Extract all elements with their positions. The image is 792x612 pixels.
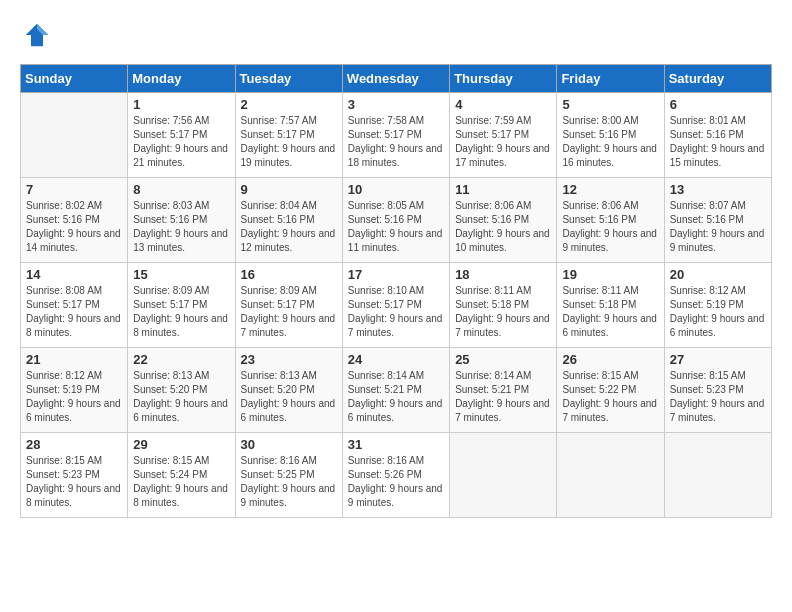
calendar-header-row: SundayMondayTuesdayWednesdayThursdayFrid… <box>21 65 772 93</box>
daylight: Daylight: 9 hours and 8 minutes. <box>26 313 121 338</box>
sunrise: Sunrise: 8:11 AM <box>455 285 531 296</box>
day-number: 13 <box>670 182 766 197</box>
day-number: 25 <box>455 352 551 367</box>
calendar-cell: 4 Sunrise: 7:59 AM Sunset: 5:17 PM Dayli… <box>450 93 557 178</box>
sun-info: Sunrise: 8:10 AM Sunset: 5:17 PM Dayligh… <box>348 284 444 340</box>
sunset: Sunset: 5:19 PM <box>26 384 100 395</box>
daylight: Daylight: 9 hours and 13 minutes. <box>133 228 228 253</box>
day-number: 21 <box>26 352 122 367</box>
sunrise: Sunrise: 8:06 AM <box>455 200 531 211</box>
sunrise: Sunrise: 8:02 AM <box>26 200 102 211</box>
sunrise: Sunrise: 8:16 AM <box>241 455 317 466</box>
daylight: Daylight: 9 hours and 8 minutes. <box>133 313 228 338</box>
sunset: Sunset: 5:21 PM <box>455 384 529 395</box>
sunset: Sunset: 5:26 PM <box>348 469 422 480</box>
sunrise: Sunrise: 7:59 AM <box>455 115 531 126</box>
page-header <box>20 20 772 54</box>
sun-info: Sunrise: 8:11 AM Sunset: 5:18 PM Dayligh… <box>455 284 551 340</box>
day-number: 3 <box>348 97 444 112</box>
calendar-cell: 9 Sunrise: 8:04 AM Sunset: 5:16 PM Dayli… <box>235 178 342 263</box>
day-number: 8 <box>133 182 229 197</box>
calendar-cell: 8 Sunrise: 8:03 AM Sunset: 5:16 PM Dayli… <box>128 178 235 263</box>
sunrise: Sunrise: 8:12 AM <box>26 370 102 381</box>
sun-info: Sunrise: 8:14 AM Sunset: 5:21 PM Dayligh… <box>348 369 444 425</box>
header-day-saturday: Saturday <box>664 65 771 93</box>
sun-info: Sunrise: 8:12 AM Sunset: 5:19 PM Dayligh… <box>670 284 766 340</box>
sunrise: Sunrise: 8:14 AM <box>455 370 531 381</box>
day-number: 26 <box>562 352 658 367</box>
day-number: 28 <box>26 437 122 452</box>
calendar-cell: 16 Sunrise: 8:09 AM Sunset: 5:17 PM Dayl… <box>235 263 342 348</box>
sunrise: Sunrise: 8:00 AM <box>562 115 638 126</box>
sun-info: Sunrise: 8:04 AM Sunset: 5:16 PM Dayligh… <box>241 199 337 255</box>
sun-info: Sunrise: 8:00 AM Sunset: 5:16 PM Dayligh… <box>562 114 658 170</box>
sunrise: Sunrise: 8:01 AM <box>670 115 746 126</box>
header-day-wednesday: Wednesday <box>342 65 449 93</box>
sun-info: Sunrise: 8:13 AM Sunset: 5:20 PM Dayligh… <box>241 369 337 425</box>
calendar-cell: 12 Sunrise: 8:06 AM Sunset: 5:16 PM Dayl… <box>557 178 664 263</box>
calendar-cell: 1 Sunrise: 7:56 AM Sunset: 5:17 PM Dayli… <box>128 93 235 178</box>
sunrise: Sunrise: 8:12 AM <box>670 285 746 296</box>
sun-info: Sunrise: 7:59 AM Sunset: 5:17 PM Dayligh… <box>455 114 551 170</box>
day-number: 29 <box>133 437 229 452</box>
sun-info: Sunrise: 8:15 AM Sunset: 5:24 PM Dayligh… <box>133 454 229 510</box>
calendar-week-row: 7 Sunrise: 8:02 AM Sunset: 5:16 PM Dayli… <box>21 178 772 263</box>
sunrise: Sunrise: 8:15 AM <box>562 370 638 381</box>
sunset: Sunset: 5:16 PM <box>455 214 529 225</box>
sun-info: Sunrise: 8:06 AM Sunset: 5:16 PM Dayligh… <box>455 199 551 255</box>
sun-info: Sunrise: 8:09 AM Sunset: 5:17 PM Dayligh… <box>133 284 229 340</box>
logo <box>20 20 56 54</box>
calendar-cell: 5 Sunrise: 8:00 AM Sunset: 5:16 PM Dayli… <box>557 93 664 178</box>
sunrise: Sunrise: 7:57 AM <box>241 115 317 126</box>
day-number: 2 <box>241 97 337 112</box>
calendar-cell: 15 Sunrise: 8:09 AM Sunset: 5:17 PM Dayl… <box>128 263 235 348</box>
daylight: Daylight: 9 hours and 7 minutes. <box>562 398 657 423</box>
sunset: Sunset: 5:17 PM <box>133 299 207 310</box>
sun-info: Sunrise: 8:07 AM Sunset: 5:16 PM Dayligh… <box>670 199 766 255</box>
logo-icon <box>22 20 52 50</box>
sun-info: Sunrise: 8:15 AM Sunset: 5:23 PM Dayligh… <box>26 454 122 510</box>
sun-info: Sunrise: 8:13 AM Sunset: 5:20 PM Dayligh… <box>133 369 229 425</box>
calendar-cell <box>557 433 664 518</box>
sunset: Sunset: 5:17 PM <box>348 299 422 310</box>
sunset: Sunset: 5:22 PM <box>562 384 636 395</box>
sun-info: Sunrise: 8:06 AM Sunset: 5:16 PM Dayligh… <box>562 199 658 255</box>
day-number: 14 <box>26 267 122 282</box>
calendar-cell: 13 Sunrise: 8:07 AM Sunset: 5:16 PM Dayl… <box>664 178 771 263</box>
calendar-week-row: 1 Sunrise: 7:56 AM Sunset: 5:17 PM Dayli… <box>21 93 772 178</box>
sunrise: Sunrise: 8:04 AM <box>241 200 317 211</box>
daylight: Daylight: 9 hours and 9 minutes. <box>562 228 657 253</box>
calendar-cell: 21 Sunrise: 8:12 AM Sunset: 5:19 PM Dayl… <box>21 348 128 433</box>
calendar-cell: 14 Sunrise: 8:08 AM Sunset: 5:17 PM Dayl… <box>21 263 128 348</box>
daylight: Daylight: 9 hours and 9 minutes. <box>348 483 443 508</box>
calendar-week-row: 21 Sunrise: 8:12 AM Sunset: 5:19 PM Dayl… <box>21 348 772 433</box>
sun-info: Sunrise: 8:09 AM Sunset: 5:17 PM Dayligh… <box>241 284 337 340</box>
daylight: Daylight: 9 hours and 10 minutes. <box>455 228 550 253</box>
day-number: 9 <box>241 182 337 197</box>
daylight: Daylight: 9 hours and 9 minutes. <box>670 228 765 253</box>
sunset: Sunset: 5:24 PM <box>133 469 207 480</box>
sun-info: Sunrise: 8:16 AM Sunset: 5:26 PM Dayligh… <box>348 454 444 510</box>
sun-info: Sunrise: 7:58 AM Sunset: 5:17 PM Dayligh… <box>348 114 444 170</box>
calendar-cell: 11 Sunrise: 8:06 AM Sunset: 5:16 PM Dayl… <box>450 178 557 263</box>
day-number: 31 <box>348 437 444 452</box>
calendar-cell: 18 Sunrise: 8:11 AM Sunset: 5:18 PM Dayl… <box>450 263 557 348</box>
day-number: 10 <box>348 182 444 197</box>
daylight: Daylight: 9 hours and 15 minutes. <box>670 143 765 168</box>
sunrise: Sunrise: 8:15 AM <box>670 370 746 381</box>
header-day-friday: Friday <box>557 65 664 93</box>
sunrise: Sunrise: 8:10 AM <box>348 285 424 296</box>
daylight: Daylight: 9 hours and 16 minutes. <box>562 143 657 168</box>
sunrise: Sunrise: 8:09 AM <box>241 285 317 296</box>
calendar-cell: 2 Sunrise: 7:57 AM Sunset: 5:17 PM Dayli… <box>235 93 342 178</box>
calendar-cell: 3 Sunrise: 7:58 AM Sunset: 5:17 PM Dayli… <box>342 93 449 178</box>
sunset: Sunset: 5:17 PM <box>241 299 315 310</box>
sunrise: Sunrise: 8:11 AM <box>562 285 638 296</box>
sun-info: Sunrise: 8:16 AM Sunset: 5:25 PM Dayligh… <box>241 454 337 510</box>
calendar-cell: 27 Sunrise: 8:15 AM Sunset: 5:23 PM Dayl… <box>664 348 771 433</box>
daylight: Daylight: 9 hours and 11 minutes. <box>348 228 443 253</box>
sunrise: Sunrise: 8:13 AM <box>241 370 317 381</box>
day-number: 12 <box>562 182 658 197</box>
calendar-cell: 24 Sunrise: 8:14 AM Sunset: 5:21 PM Dayl… <box>342 348 449 433</box>
sunset: Sunset: 5:17 PM <box>26 299 100 310</box>
